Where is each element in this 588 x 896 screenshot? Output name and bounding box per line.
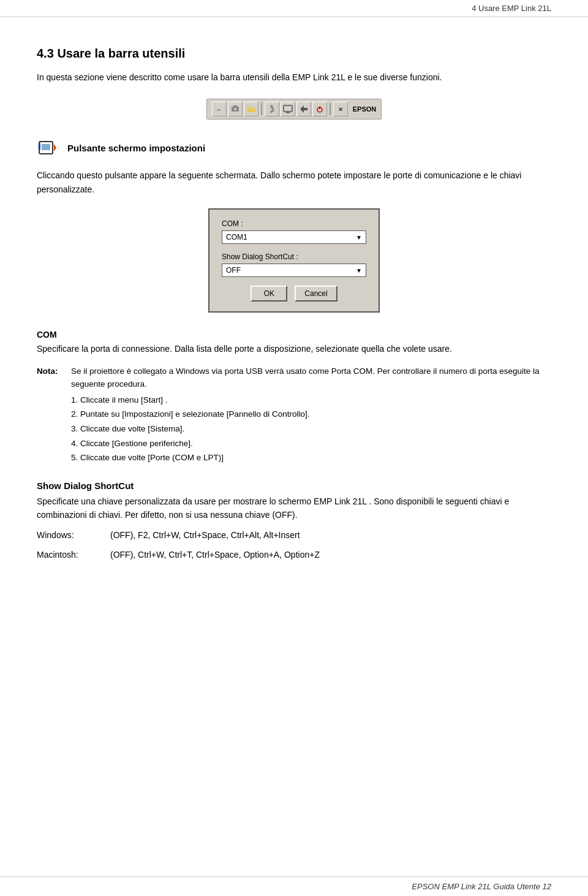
toolbar-separator-1 <box>261 103 262 115</box>
shortcut-select[interactable]: OFF ▼ <box>222 264 366 277</box>
nota-list: 1. Cliccate il menu [Start] . 2. Puntate… <box>71 393 551 465</box>
toolbar-separator-2 <box>330 103 331 115</box>
toolbar-btn-power[interactable] <box>312 102 327 116</box>
nota-step-5: 5. Cliccate due volte [Porte (COM e LPT)… <box>71 451 551 465</box>
header-title: 4 Usare EMP Link 21L <box>472 4 551 13</box>
macintosh-keys-row: Macintosh: (OFF), Ctrl+W, Ctrl+T, Ctrl+S… <box>37 548 551 561</box>
com-field-label: COM : <box>222 219 366 228</box>
section-number: 4.3 <box>37 47 54 60</box>
nota-step-1: 1. Cliccate il menu [Start] . <box>71 393 551 407</box>
shortcut-select-arrow: ▼ <box>356 267 362 274</box>
com-select-value: COM1 <box>226 233 247 241</box>
toolbar-image: ← <box>37 99 551 120</box>
toolbar-btn-wrench[interactable] <box>265 102 279 116</box>
nota-step-2: 2. Puntate su [Impostazioni] e seleziona… <box>71 408 551 421</box>
macintosh-label: Macintosh: <box>37 548 110 561</box>
shortcut-field-label: Show Dialog ShortCut : <box>222 252 366 261</box>
settings-icon <box>37 137 59 159</box>
dialog-buttons: OK Cancel <box>222 286 366 302</box>
pulsante-label: Pulsante schermo impostazioni <box>67 143 205 153</box>
svg-rect-5 <box>284 105 292 112</box>
windows-keys-row: Windows: (OFF), F2, Ctrl+W, Ctrl+Space, … <box>37 528 551 542</box>
toolbar-btn-settings[interactable] <box>228 102 243 116</box>
svg-rect-11 <box>42 144 50 150</box>
section-heading: 4.3 Usare la barra utensili <box>37 47 551 61</box>
svg-marker-12 <box>54 144 56 151</box>
show-dialog-text: Specificate una chiave personalizzata da… <box>37 495 551 522</box>
com-select[interactable]: COM1 ▼ <box>222 230 366 244</box>
toolbar-mockup: ← <box>206 99 382 120</box>
nota-step-4: 4. Cliccate [Gestione periferiche]. <box>71 437 551 450</box>
nota-row: Nota: Se il proiettore è collegato a Win… <box>37 365 551 466</box>
nota-label: Nota: <box>37 365 71 466</box>
windows-keys: (OFF), F2, Ctrl+W, Ctrl+Space, Ctrl+Alt,… <box>110 528 551 542</box>
shortcut-select-value: OFF <box>226 266 241 275</box>
footer-text: EPSON EMP Link 21L Guida Utente 12 <box>412 882 551 891</box>
svg-rect-3 <box>270 105 274 110</box>
toolbar-btn-back[interactable]: ← <box>212 102 227 116</box>
pulsante-description1: Cliccando questo pulsante appare la segu… <box>37 169 551 196</box>
svg-rect-6 <box>286 112 290 113</box>
dialog-image: COM : COM1 ▼ Show Dialog ShortCut : OFF … <box>37 208 551 313</box>
footer-bar: EPSON EMP Link 21L Guida Utente 12 <box>0 876 588 896</box>
nota-content: Se il proiettore è collegato a Windows v… <box>71 365 551 466</box>
dialog-mockup: COM : COM1 ▼ Show Dialog ShortCut : OFF … <box>208 208 380 313</box>
toolbar-btn-close[interactable]: ✕ <box>333 102 348 116</box>
intro-text: In questa sezione viene descritto come u… <box>37 70 551 84</box>
show-dialog-heading: Show Dialog ShortCut <box>37 480 551 491</box>
section-title: Usare la barra utensili <box>57 47 185 60</box>
windows-label: Windows: <box>37 528 110 542</box>
svg-marker-7 <box>300 105 307 113</box>
ok-button[interactable]: OK <box>251 286 287 302</box>
com-section-heading: COM <box>37 330 551 340</box>
toolbar-btn-monitor[interactable] <box>281 102 295 116</box>
toolbar-btn-arrow[interactable] <box>296 102 311 116</box>
cancel-button[interactable]: Cancel <box>295 286 337 302</box>
svg-point-2 <box>234 108 236 110</box>
toolbar-epson-label: EPSON <box>353 105 377 113</box>
svg-rect-4 <box>270 110 274 114</box>
nota-intro: Se il proiettore è collegato a Windows v… <box>71 366 540 389</box>
svg-rect-1 <box>233 105 237 107</box>
macintosh-keys: (OFF), Ctrl+W, Ctrl+T, Ctrl+Space, Optio… <box>110 548 551 561</box>
pulsante-row: Pulsante schermo impostazioni <box>37 137 551 159</box>
nota-step-3: 3. Cliccate due volte [Sistema]. <box>71 422 551 436</box>
toolbar-btn-folder[interactable] <box>244 102 258 116</box>
com-section-text: Specificare la porta di connessione. Dal… <box>37 342 551 355</box>
com-select-arrow: ▼ <box>356 234 362 241</box>
